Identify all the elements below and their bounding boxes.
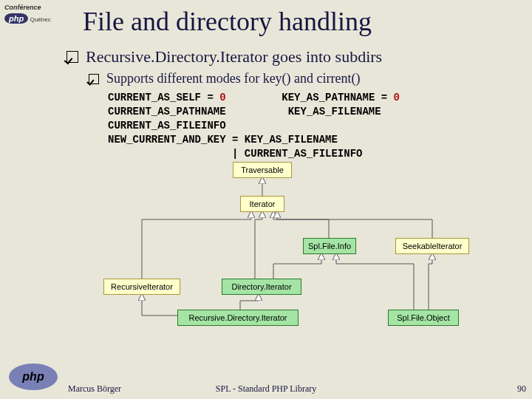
slide-title: File and directory handling bbox=[66, 6, 529, 37]
const-c1b: = bbox=[207, 92, 219, 103]
constants-block: CURRENT_AS_SELF = 0 KEY_AS_PATHNAME = 0 … bbox=[108, 91, 529, 160]
const-c4a: NEW_CURRENT_AND_KEY = KEY_AS_FILENAME bbox=[108, 134, 338, 146]
node-recursiveiterator: RecursiveIterator bbox=[103, 279, 180, 295]
main-content: File and directory handling Recursive.Di… bbox=[66, 0, 529, 330]
bullet-level2: Supports different modes for key() and c… bbox=[89, 71, 529, 86]
const-c2: CURRENT_AS_PATHNAME bbox=[108, 106, 226, 117]
footer: Marcus Börger SPL - Standard PHP Library… bbox=[0, 383, 532, 395]
check-icon bbox=[66, 51, 78, 63]
check-icon bbox=[89, 74, 99, 84]
logo-line1: Conférence bbox=[4, 4, 41, 11]
bullet1-text: Recursive.Directory.Iterator goes into s… bbox=[86, 47, 382, 66]
logo-region: Québec bbox=[30, 16, 51, 23]
bullet-level1: Recursive.Directory.Iterator goes into s… bbox=[66, 47, 529, 66]
const-c1a: CURRENT_AS_SELF bbox=[108, 92, 207, 103]
sidebar: Conférence php Québec php bbox=[0, 0, 66, 399]
php-logo-text: php bbox=[22, 370, 44, 383]
const-k1b: = bbox=[381, 92, 394, 103]
footer-page-number: 90 bbox=[517, 383, 526, 395]
node-seekableiterator: SeekableIterator bbox=[395, 238, 469, 254]
node-directoryiterator: Directory.Iterator bbox=[222, 279, 301, 295]
node-recursivedirectoryiterator: Recursive.Directory.Iterator bbox=[177, 310, 299, 326]
const-c4b: | CURRENT_AS_FILEINFO bbox=[108, 148, 362, 160]
node-iterator: Iterator bbox=[240, 196, 284, 212]
bullet2-text: Supports different modes for key() and c… bbox=[106, 71, 361, 86]
const-k1z: 0 bbox=[394, 92, 400, 103]
const-c1z: 0 bbox=[219, 92, 225, 103]
const-k1a: KEY_AS_PATHNAME bbox=[282, 92, 381, 103]
logo-php-badge: php bbox=[4, 13, 28, 24]
class-diagram: Traversable Iterator Spl.File.Info Seeka… bbox=[66, 160, 529, 330]
node-splfileobject: Spl.File.Object bbox=[388, 310, 459, 326]
node-traversable: Traversable bbox=[233, 162, 292, 178]
conference-logo: Conférence php Québec bbox=[4, 4, 62, 24]
node-splfileinfo: Spl.File.Info bbox=[303, 238, 356, 254]
footer-author: Marcus Börger bbox=[68, 383, 121, 395]
const-c3: CURRENT_AS_FILEINFO bbox=[108, 120, 226, 132]
const-k2: KEY_AS_FILENAME bbox=[288, 106, 381, 117]
